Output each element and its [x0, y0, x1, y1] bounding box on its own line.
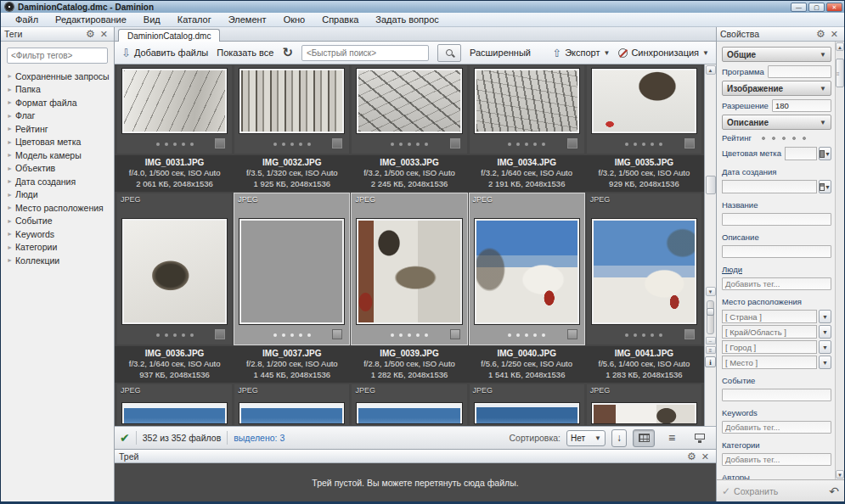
photo-thumbnail[interactable] [592, 219, 696, 324]
tag-tree-item[interactable]: ► Цветовая метка [1, 136, 114, 149]
thumbnail-card[interactable]: JPEG [470, 193, 584, 344]
sort-direction-button[interactable]: ↓ [611, 429, 627, 447]
chevron-right-icon[interactable]: ► [7, 192, 15, 198]
tag-tree-item[interactable]: ► Место расположения [1, 201, 114, 215]
tag-tree-item[interactable]: ► Рейтинг [1, 122, 114, 136]
scroll-up-icon[interactable]: ▲ [836, 42, 844, 51]
people-label[interactable]: Люди [722, 265, 742, 274]
thumbnail-card[interactable] [587, 65, 701, 154]
grid-scrollbar[interactable] [706, 76, 716, 286]
chevron-right-icon[interactable]: ► [7, 244, 15, 250]
people-add-tag-input[interactable]: Добавить тег... [722, 277, 831, 290]
photo-thumbnail[interactable] [122, 403, 227, 423]
thumbnail-size-slider[interactable] [707, 300, 714, 334]
gear-icon[interactable]: ⚙ [814, 28, 828, 40]
thumbnail-checkbox[interactable] [450, 329, 460, 339]
tag-tree-item[interactable]: ► Объектив [1, 162, 114, 176]
rating-dots[interactable] [625, 143, 662, 146]
maximize-button[interactable]: ▢ [808, 3, 825, 12]
thumbnail-checkbox[interactable] [450, 138, 460, 148]
rating-dots[interactable] [273, 333, 311, 337]
menu-item[interactable]: Файл [8, 14, 46, 25]
thumbnail-checkbox[interactable] [567, 138, 577, 148]
tag-tree-item[interactable]: ► Событие [1, 215, 114, 228]
photo-thumbnail[interactable] [239, 403, 344, 423]
photo-thumbnail[interactable] [475, 69, 579, 133]
photo-thumbnail[interactable] [592, 69, 696, 133]
menu-item[interactable]: Вид [136, 14, 168, 25]
thumbnail-checkbox[interactable] [332, 329, 342, 339]
rating-dots[interactable] [391, 143, 428, 146]
chevron-right-icon[interactable]: ► [7, 218, 15, 224]
place-select[interactable]: [ Место ] [722, 356, 817, 369]
description-input[interactable] [722, 245, 831, 258]
rating-dots[interactable] [508, 143, 545, 146]
chevron-right-icon[interactable]: ► [7, 152, 15, 158]
event-input[interactable] [722, 389, 831, 401]
photo-thumbnail[interactable] [239, 69, 344, 133]
thumbnail-checkbox[interactable] [684, 138, 695, 148]
thumbnail-card[interactable]: JPEG [234, 384, 349, 425]
undo-icon[interactable]: ↶ [829, 484, 839, 498]
rating-dots[interactable] [273, 143, 311, 146]
thumbnail-card[interactable] [117, 65, 232, 154]
thumbnail-checkbox[interactable] [215, 138, 225, 148]
close-icon[interactable]: ✕ [828, 28, 841, 40]
rating-dots[interactable] [625, 333, 662, 337]
photo-thumbnail[interactable] [239, 219, 344, 324]
catalog-tab[interactable]: DaminionCatalog.dmc [118, 29, 220, 42]
tag-tree-item[interactable]: ► Категории [1, 241, 114, 255]
tag-tree-item[interactable]: ► Коллекции [1, 254, 114, 267]
title-input[interactable] [722, 213, 831, 226]
properties-scrollbar-thumb[interactable]: ≡ [836, 59, 844, 87]
thumbnail-checkbox[interactable] [567, 329, 577, 339]
chevron-right-icon[interactable]: ► [7, 165, 15, 171]
properties-scrollbar[interactable]: ▲ ≡ ▼ [835, 42, 844, 479]
sort-select[interactable]: Нет ▼ [566, 430, 606, 446]
slider-thumb[interactable] [707, 308, 714, 316]
menu-item[interactable]: Каталог [170, 14, 219, 25]
close-icon[interactable]: ✕ [98, 28, 110, 40]
gear-icon[interactable]: ⚙ [684, 451, 699, 462]
thumbnail-card[interactable]: JPEG [352, 193, 466, 344]
place-select[interactable]: [ Страна ] [722, 310, 817, 323]
grid-view-button[interactable] [633, 429, 655, 447]
chevron-right-icon[interactable]: ► [7, 139, 15, 145]
photo-thumbnail[interactable] [357, 403, 461, 423]
tag-tree-item[interactable]: ► Keywords [1, 227, 114, 241]
tag-tree-item[interactable]: ► Сохраненные запросы [1, 70, 114, 83]
add-files-button[interactable]: ⇩ Добавить файлы [121, 48, 208, 59]
menu-item[interactable]: Элемент [221, 14, 274, 25]
advanced-search-button[interactable]: Расширенный [470, 48, 531, 58]
chevron-right-icon[interactable]: ► [7, 204, 15, 210]
thumbnail-card[interactable]: JPEG [470, 384, 584, 425]
slideshow-button[interactable] [689, 429, 711, 447]
color-label-select[interactable] [785, 147, 817, 160]
slider-minus-button[interactable]: – [706, 337, 716, 344]
photo-thumbnail[interactable] [475, 219, 579, 324]
thumbnail-card[interactable] [470, 65, 584, 154]
menu-item[interactable]: Задать вопрос [368, 14, 446, 25]
rating-dots[interactable] [391, 333, 428, 337]
rating-dots[interactable] [156, 333, 194, 337]
photo-thumbnail[interactable] [122, 69, 227, 133]
save-button[interactable]: ✓ Сохранить [722, 485, 824, 497]
info-button[interactable]: i [705, 356, 716, 367]
tag-tree-item[interactable]: ► Люди [1, 188, 114, 202]
place-dropdown[interactable]: ▼ [819, 310, 831, 323]
place-select[interactable]: [ Край/Область ] [722, 325, 817, 339]
chevron-right-icon[interactable]: ► [7, 126, 15, 132]
search-button[interactable] [437, 44, 461, 62]
creation-date-input[interactable] [722, 180, 817, 193]
categories-add-tag-input[interactable]: Добавить тег... [722, 453, 831, 466]
export-button[interactable]: ⇧ Экспорт ▼ [552, 48, 610, 59]
place-dropdown[interactable]: ▼ [819, 356, 831, 369]
scroll-down-icon[interactable]: ▼ [836, 470, 844, 479]
tag-tree-item[interactable]: ► Дата создания [1, 175, 114, 188]
chevron-right-icon[interactable]: ► [7, 73, 15, 79]
scroll-up-icon[interactable]: ▲ [706, 65, 716, 75]
thumbnail-checkbox[interactable] [215, 329, 225, 339]
tag-tree-item[interactable]: ► Модель камеры [1, 148, 114, 162]
resolution-input[interactable]: 180 [772, 99, 831, 112]
sync-button[interactable]: Синхронизация ▼ [618, 48, 709, 58]
